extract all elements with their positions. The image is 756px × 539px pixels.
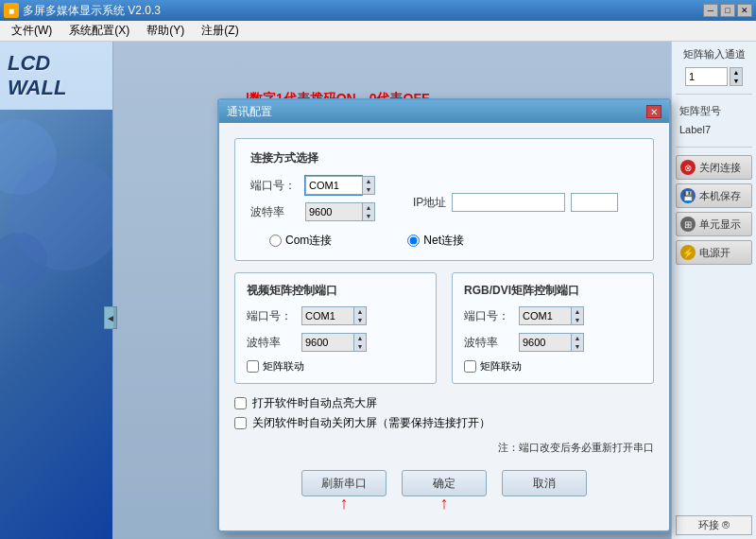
baud-row: 波特率 ▲ ▼ [250, 202, 375, 221]
menu-system-config[interactable]: 系统配置(X) [61, 21, 137, 41]
video-baud-label: 波特率 [247, 335, 294, 351]
rgb-baud-down[interactable]: ▼ [572, 342, 583, 351]
title-bar-left: ■ 多屏多媒体显示系统 V2.0.3 [4, 3, 161, 19]
radio-com-label: Com连接 [285, 233, 332, 249]
input-channel-input[interactable] [685, 67, 728, 86]
video-port-up[interactable]: ▲ [354, 307, 366, 316]
close-connection-button[interactable]: ⊗ 关闭连接 [676, 155, 752, 180]
radio-net-label: Net连接 [423, 233, 464, 249]
dialog-close-button[interactable]: ✕ [646, 105, 662, 118]
port-spinbox[interactable]: ▲ ▼ [305, 176, 375, 195]
rgb-section-title: RGB/DVI矩阵控制端口 [464, 283, 642, 299]
action-buttons: 刷新串口 ↑ 确定 ↑ 取消 [234, 470, 654, 496]
unit-display-label: 单元显示 [699, 217, 741, 232]
video-port-spinbox[interactable]: ▲ ▼ [301, 306, 367, 325]
minimize-button[interactable]: ─ [703, 4, 718, 17]
ip-input-1[interactable] [452, 193, 565, 212]
option2-row[interactable]: 关闭软件时自动关闭大屏（需要保持连接打开） [234, 415, 654, 431]
video-port-input[interactable] [301, 306, 353, 325]
rgb-baud-up[interactable]: ▲ [572, 334, 583, 342]
radio-com[interactable]: Com连接 [269, 233, 332, 249]
baud-spin-up[interactable]: ▲ [363, 203, 374, 212]
option1-checkbox[interactable] [234, 397, 247, 409]
app-icon: ■ [4, 3, 19, 18]
rgb-baud-spinbox[interactable]: ▲ ▼ [519, 333, 584, 352]
ok-button[interactable]: 确定 [402, 470, 487, 496]
power-button[interactable]: ⚡ 电源开 [676, 240, 752, 265]
right-sidebar: 矩阵输入通道 ▲ ▼ 矩阵型号 Label7 ⊗ 关闭连接 💾 本机保存 ⊞ 单… [671, 42, 756, 539]
video-checkbox-row[interactable]: 矩阵联动 [247, 359, 424, 374]
maximize-button[interactable]: □ [720, 4, 735, 17]
baud-spinbox[interactable]: ▲ ▼ [305, 202, 375, 221]
option1-row[interactable]: 打开软件时自动点亮大屏 [234, 395, 654, 411]
ok-btn-container: 确定 ↑ [402, 470, 487, 496]
rgb-port-up[interactable]: ▲ [572, 307, 583, 316]
menu-file[interactable]: 文件(W) [4, 21, 60, 41]
matrix-type-value: Label7 [676, 124, 752, 139]
huanjie-text: 环接 [698, 519, 719, 530]
left-fields: 端口号： ▲ ▼ [250, 176, 375, 229]
video-port-down[interactable]: ▼ [354, 316, 366, 324]
rgb-port-row: 端口号： ▲ ▼ [464, 306, 642, 325]
cancel-button[interactable]: 取消 [502, 470, 587, 496]
baud-spin-down[interactable]: ▼ [363, 212, 374, 220]
connection-section-label: 连接方式选择 [250, 150, 638, 166]
video-baud-up[interactable]: ▲ [354, 334, 366, 342]
rgb-checkbox[interactable] [464, 360, 476, 373]
video-section: 视频矩阵控制端口 端口号： ▲ ▼ [234, 272, 437, 384]
menu-help[interactable]: 帮助(Y) [139, 21, 192, 41]
video-baud-down[interactable]: ▼ [354, 342, 366, 351]
radio-net-input[interactable] [407, 235, 420, 247]
port-spin-down[interactable]: ▼ [363, 185, 374, 194]
unit-display-button[interactable]: ⊞ 单元显示 [676, 212, 752, 236]
baud-spin-buttons[interactable]: ▲ ▼ [362, 202, 375, 221]
ip-input-2[interactable] [571, 193, 618, 212]
port-spin-up[interactable]: ▲ [363, 177, 374, 185]
registered-mark: ® [722, 519, 730, 530]
channel-spin-down[interactable]: ▼ [730, 77, 742, 85]
menu-register[interactable]: 注册(Z) [194, 21, 246, 41]
local-save-button[interactable]: 💾 本机保存 [676, 183, 752, 208]
menu-bar: 文件(W) 系统配置(X) 帮助(Y) 注册(Z) [0, 21, 756, 42]
rgb-port-label: 端口号： [464, 308, 511, 324]
center-area: |数字1代表拨码ON，0代表OFF 卡迪富 通讯配置 ✕ 连接方式选择 [113, 42, 671, 539]
power-label: 电源开 [699, 246, 730, 260]
power-icon: ⚡ [680, 245, 696, 260]
ok-arrow: ↑ [440, 494, 449, 513]
close-connection-icon: ⊗ [680, 160, 696, 175]
baud-label: 波特率 [250, 204, 298, 220]
video-baud-spinbox[interactable]: ▲ ▼ [301, 333, 367, 352]
input-channel-row: ▲ ▼ [676, 67, 752, 86]
radio-com-input[interactable] [269, 235, 282, 247]
rgb-checkbox-row[interactable]: 矩阵联动 [464, 359, 642, 374]
channel-spin-up[interactable]: ▲ [730, 68, 742, 77]
port-input[interactable] [305, 176, 362, 195]
video-checkbox-label: 矩阵联动 [263, 359, 304, 374]
input-channel-label: 矩阵输入通道 [676, 45, 752, 63]
dialog-overlay: 通讯配置 ✕ 连接方式选择 端口号： [113, 42, 671, 539]
video-baud-spin[interactable]: ▲ ▼ [353, 333, 367, 352]
video-baud-input[interactable] [301, 333, 353, 352]
close-window-button[interactable]: ✕ [737, 4, 752, 17]
dialog-title: 通讯配置 [227, 104, 272, 120]
refresh-button[interactable]: 刷新串口 [301, 470, 387, 496]
video-checkbox[interactable] [247, 360, 259, 373]
baud-input[interactable] [305, 202, 362, 221]
ip-section: IP地址 [413, 176, 618, 229]
rgb-port-input[interactable] [519, 306, 571, 325]
port-spin-buttons[interactable]: ▲ ▼ [362, 176, 375, 195]
rgb-port-spin[interactable]: ▲ ▼ [571, 306, 584, 325]
radio-net[interactable]: Net连接 [407, 233, 464, 249]
title-bar: ■ 多屏多媒体显示系统 V2.0.3 ─ □ ✕ [0, 0, 756, 21]
video-port-spin[interactable]: ▲ ▼ [353, 306, 367, 325]
input-channel-spin[interactable]: ▲ ▼ [730, 67, 743, 86]
rgb-baud-input[interactable] [519, 333, 571, 352]
rgb-baud-label: 波特率 [464, 335, 511, 351]
rgb-port-down[interactable]: ▼ [572, 316, 583, 324]
connection-section: 连接方式选择 端口号： ▲ [234, 138, 654, 261]
connection-form: 端口号： ▲ ▼ [250, 176, 638, 229]
port-label: 端口号： [250, 178, 298, 194]
rgb-port-spinbox[interactable]: ▲ ▼ [519, 306, 584, 325]
option2-checkbox[interactable] [234, 417, 247, 429]
rgb-baud-spin[interactable]: ▲ ▼ [571, 333, 584, 352]
